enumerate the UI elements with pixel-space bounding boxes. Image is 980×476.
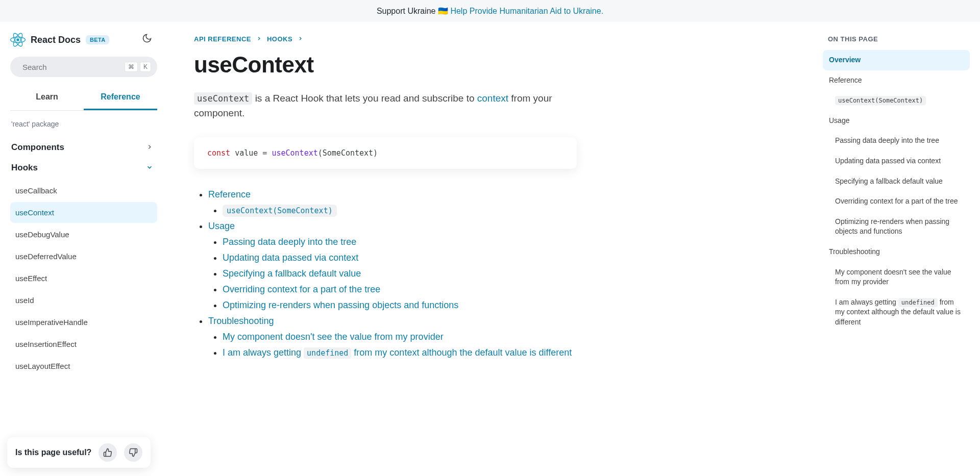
toc-link-u3[interactable]: Specifying a fallback default value xyxy=(223,268,361,279)
intro-paragraph: useContext is a React Hook that lets you… xyxy=(194,91,577,121)
nav-item-useid[interactable]: useId xyxy=(10,290,157,311)
nav-item-usedeferredvalue[interactable]: useDeferredValue xyxy=(10,246,157,267)
rtoc-u1[interactable]: Passing data deeply into the tree xyxy=(823,131,970,151)
rtoc-u3[interactable]: Specifying a fallback default value xyxy=(823,171,970,192)
rtoc-overview[interactable]: Overview xyxy=(823,50,970,70)
toc-link-u5[interactable]: Optimizing re-renders when passing objec… xyxy=(223,300,458,310)
chevron-right-icon xyxy=(256,36,262,43)
dark-mode-toggle[interactable] xyxy=(142,33,152,45)
code-text: value = xyxy=(230,148,272,158)
intro-text-1: is a React Hook that lets you read and s… xyxy=(252,93,477,104)
toc-link-usage[interactable]: Usage xyxy=(208,221,235,231)
feedback-card: Is this page useful? xyxy=(7,437,151,468)
rtoc-ref-code[interactable]: useContext(SomeContext) xyxy=(823,90,970,111)
nav-item-useimperativehandle[interactable]: useImperativeHandle xyxy=(10,312,157,333)
chevron-right-icon xyxy=(146,143,153,152)
code-keyword: const xyxy=(207,148,230,158)
package-label: 'react' package xyxy=(11,120,157,128)
nav-item-usedebugvalue[interactable]: useDebugValue xyxy=(10,224,157,245)
nav-item-usecallback[interactable]: useCallback xyxy=(10,180,157,201)
thumbs-down-button[interactable] xyxy=(124,443,142,462)
nav-item-uselayouteffect[interactable]: useLayoutEffect xyxy=(10,356,157,377)
breadcrumb-api-reference[interactable]: API REFERENCE xyxy=(194,35,251,43)
search-shortcut: ⌘ K xyxy=(125,62,151,72)
right-toc: ON THIS PAGE Overview Reference useConte… xyxy=(817,22,980,475)
svg-point-0 xyxy=(16,38,19,41)
rtoc-t1[interactable]: My component doesn't see the value from … xyxy=(823,262,970,292)
sidebar-tabs: Learn Reference xyxy=(10,86,157,111)
thumbs-up-button[interactable] xyxy=(99,443,117,462)
rtoc-reference[interactable]: Reference xyxy=(823,70,970,91)
react-logo-icon xyxy=(10,32,26,47)
main-content: API REFERENCE HOOKS useContext useContex… xyxy=(163,22,612,475)
kbd-cmd: ⌘ xyxy=(125,62,138,72)
beta-badge: BETA xyxy=(86,35,109,44)
nav-hooks-list: useCallback useContext useDebugValue use… xyxy=(10,180,157,377)
chevron-right-icon xyxy=(298,36,303,43)
rtoc-u4[interactable]: Overriding context for a part of the tre… xyxy=(823,191,970,212)
nav-item-usecontext[interactable]: useContext xyxy=(10,202,157,223)
rtoc-usage[interactable]: Usage xyxy=(823,111,970,131)
toc-link-u4[interactable]: Overriding context for a part of the tre… xyxy=(223,284,380,294)
tab-learn[interactable]: Learn xyxy=(10,86,84,110)
code-text: (SomeContext) xyxy=(318,148,378,158)
thumbs-down-icon xyxy=(129,448,138,457)
inline-toc: Reference useContext(SomeContext) Usage … xyxy=(194,189,577,358)
toc-link-t2[interactable]: I am always getting undefined from my co… xyxy=(223,347,572,358)
breadcrumb: API REFERENCE HOOKS xyxy=(194,35,577,43)
tab-reference[interactable]: Reference xyxy=(84,86,157,110)
rtoc-u2[interactable]: Updating data passed via context xyxy=(823,151,970,171)
search-input[interactable] xyxy=(22,63,119,71)
nav-item-useinsertioneffect[interactable]: useInsertionEffect xyxy=(10,334,157,355)
toc-link-u1[interactable]: Passing data deeply into the tree xyxy=(223,237,356,247)
feedback-question: Is this page useful? xyxy=(15,448,91,457)
search-box[interactable]: ⌘ K xyxy=(10,57,157,77)
banner-text: Support Ukraine 🇺🇦 xyxy=(377,7,451,15)
logo-text: React Docs xyxy=(31,35,81,45)
logo-row[interactable]: React Docs BETA xyxy=(10,32,157,47)
kbd-k: K xyxy=(140,62,151,72)
support-banner: Support Ukraine 🇺🇦 Help Provide Humanita… xyxy=(0,0,980,22)
left-sidebar: React Docs BETA ⌘ K Learn Reference 'rea… xyxy=(0,22,163,475)
banner-link[interactable]: Help Provide Humanitarian Aid to Ukraine… xyxy=(450,7,603,15)
code-function: useContext xyxy=(272,148,317,158)
thumbs-up-icon xyxy=(103,448,112,457)
breadcrumb-hooks[interactable]: HOOKS xyxy=(267,35,292,43)
toc-title: ON THIS PAGE xyxy=(823,35,970,43)
nav-item-useeffect[interactable]: useEffect xyxy=(10,268,157,289)
nav-section-label: Hooks xyxy=(11,163,38,173)
intro-code: useContext xyxy=(194,92,252,105)
toc-link-u2[interactable]: Updating data passed via context xyxy=(223,253,358,263)
toc-link-troubleshooting[interactable]: Troubleshooting xyxy=(208,316,274,326)
rtoc-u5[interactable]: Optimizing re-renders when passing objec… xyxy=(823,212,970,242)
nav-section-label: Components xyxy=(11,142,64,153)
code-snippet: const value = useContext(SomeContext) xyxy=(194,137,577,169)
toc-link-t1[interactable]: My component doesn't see the value from … xyxy=(223,332,444,342)
toc-link-usecontext-sig[interactable]: useContext(SomeContext) xyxy=(223,205,337,217)
page-title: useContext xyxy=(194,52,577,78)
rtoc-troubleshooting[interactable]: Troubleshooting xyxy=(823,242,970,262)
toc-link-reference[interactable]: Reference xyxy=(208,189,251,199)
chevron-down-icon xyxy=(146,164,153,172)
nav-section-components[interactable]: Components xyxy=(10,137,157,158)
rtoc-t2[interactable]: I am always getting undefined from my co… xyxy=(823,292,970,333)
moon-icon xyxy=(142,33,152,43)
nav-section-hooks[interactable]: Hooks xyxy=(10,158,157,178)
intro-link-context[interactable]: context xyxy=(477,93,508,104)
